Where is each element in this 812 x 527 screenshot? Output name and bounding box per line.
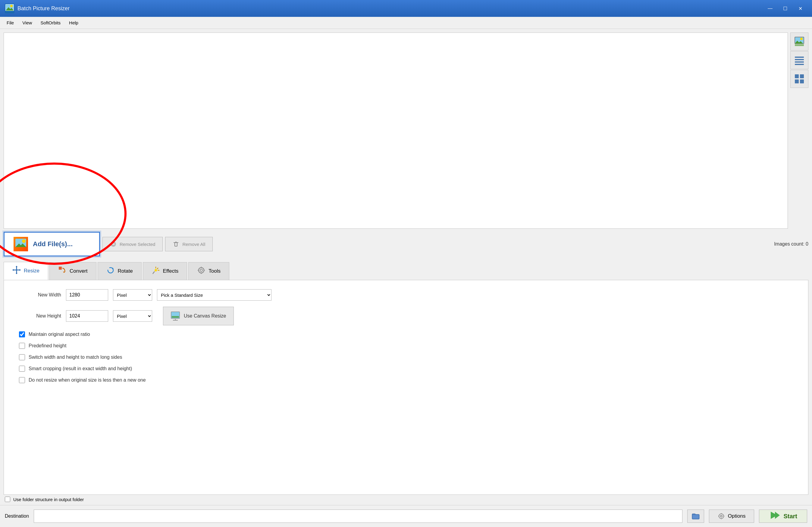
- svg-rect-13: [795, 74, 799, 78]
- start-label: Start: [783, 513, 797, 520]
- tab-effects[interactable]: Effects: [143, 262, 187, 280]
- svg-point-40: [199, 268, 204, 273]
- main-container: Add File(s)... Remove Selected Remove Al…: [0, 29, 812, 527]
- svg-point-41: [200, 269, 202, 271]
- predefined-height-label[interactable]: Predefined height: [29, 343, 66, 348]
- width-unit-select[interactable]: Pixel Percent Inch Cm: [113, 289, 152, 301]
- svg-rect-10: [795, 59, 804, 60]
- destination-input[interactable]: [34, 510, 682, 523]
- folder-structure-row: Use folder structure in output folder: [0, 495, 812, 505]
- maintain-aspect-label[interactable]: Maintain original aspect ratio: [29, 332, 90, 337]
- svg-point-4: [10, 5, 13, 7]
- predefined-height-checkbox[interactable]: [19, 343, 25, 349]
- smart-cropping-checkbox[interactable]: [19, 366, 25, 372]
- height-row: New Height Pixel Percent Inch Cm Use Can…: [13, 307, 799, 325]
- convert-tab-icon: [58, 266, 67, 276]
- do-not-resize-checkbox[interactable]: [19, 377, 25, 383]
- do-not-resize-row: Do not resize when original size is less…: [13, 377, 799, 383]
- svg-rect-8: [795, 44, 804, 46]
- switch-width-height-label[interactable]: Switch width and height to match long si…: [29, 355, 122, 360]
- menu-softorbits[interactable]: SoftOrbits: [36, 18, 65, 27]
- height-input[interactable]: [66, 310, 108, 322]
- tab-convert-label: Convert: [70, 268, 88, 274]
- image-area-wrapper: [0, 29, 812, 229]
- tab-resize[interactable]: Resize: [4, 262, 48, 280]
- svg-rect-14: [800, 74, 804, 78]
- svg-marker-31: [16, 273, 17, 274]
- title-bar-controls: — ☐ ✕: [763, 3, 807, 14]
- folder-structure-label[interactable]: Use folder structure in output folder: [13, 497, 84, 502]
- options-label: Options: [728, 513, 746, 519]
- bottom-bar: Destination Options: [0, 505, 812, 527]
- effects-tab-icon: [151, 266, 160, 276]
- svg-rect-47: [172, 316, 179, 318]
- start-icon: [769, 510, 780, 523]
- svg-point-39: [155, 269, 157, 271]
- settings-panel: New Width Pixel Percent Inch Cm Pick a S…: [4, 280, 808, 495]
- remove-all-label: Remove All: [182, 242, 205, 247]
- app-title: Batch Picture Resizer: [17, 5, 70, 12]
- svg-rect-21: [15, 248, 26, 250]
- svg-marker-30: [16, 266, 17, 267]
- smart-cropping-label[interactable]: Smart cropping (result in exact width an…: [29, 366, 132, 372]
- svg-point-51: [719, 514, 724, 518]
- height-label: New Height: [13, 313, 61, 319]
- height-unit-select[interactable]: Pixel Percent Inch Cm: [113, 310, 152, 322]
- images-count: Images count: 0: [774, 241, 808, 247]
- maintain-aspect-checkbox[interactable]: [19, 331, 25, 337]
- menu-bar: File View SoftOrbits Help: [0, 17, 812, 29]
- grid-view-button[interactable]: [790, 70, 808, 88]
- sidebar-icons: [790, 32, 808, 229]
- title-bar: Batch Picture Resizer — ☐ ✕: [0, 0, 812, 17]
- image-view-button[interactable]: [790, 32, 808, 50]
- svg-point-20: [22, 239, 26, 243]
- start-button[interactable]: Start: [759, 510, 807, 523]
- list-view-button[interactable]: [790, 51, 808, 69]
- maximize-button[interactable]: ☐: [778, 3, 792, 14]
- tab-resize-label: Resize: [24, 268, 40, 274]
- destination-folder-button[interactable]: [687, 510, 704, 523]
- predefined-height-row: Predefined height: [13, 343, 799, 349]
- remove-selected-label: Remove Selected: [120, 242, 155, 247]
- minimize-button[interactable]: —: [763, 3, 777, 14]
- folder-structure-checkbox[interactable]: [5, 497, 10, 502]
- menu-file[interactable]: File: [2, 18, 18, 27]
- add-files-label: Add File(s)...: [33, 240, 73, 248]
- standard-size-select[interactable]: Pick a Standard Size 640x480 800x600 102…: [157, 289, 272, 301]
- resize-tab-icon: [12, 266, 21, 276]
- tab-rotate[interactable]: Rotate: [98, 262, 142, 280]
- menu-view[interactable]: View: [18, 18, 36, 27]
- tab-rotate-label: Rotate: [118, 268, 133, 274]
- switch-width-height-row: Switch width and height to match long si…: [13, 354, 799, 360]
- width-input[interactable]: [66, 289, 108, 301]
- svg-rect-12: [795, 64, 804, 65]
- do-not-resize-label[interactable]: Do not resize when original size is less…: [29, 377, 146, 383]
- toolbar-row: Add File(s)... Remove Selected Remove Al…: [0, 229, 812, 259]
- rotate-tab-icon: [106, 266, 115, 276]
- add-files-icon: [14, 237, 28, 251]
- add-files-button[interactable]: Add File(s)...: [4, 232, 100, 256]
- app-icon: [5, 4, 14, 13]
- svg-point-52: [721, 515, 722, 517]
- switch-width-height-checkbox[interactable]: [19, 354, 25, 360]
- destination-label: Destination: [5, 513, 29, 519]
- menu-help[interactable]: Help: [65, 18, 83, 27]
- canvas-resize-button[interactable]: Use Canvas Resize: [163, 307, 234, 325]
- remove-all-button[interactable]: Remove All: [165, 237, 213, 251]
- close-button[interactable]: ✕: [793, 3, 807, 14]
- tab-effects-label: Effects: [163, 268, 179, 274]
- title-bar-left: Batch Picture Resizer: [5, 4, 70, 13]
- svg-rect-15: [795, 79, 799, 84]
- options-button[interactable]: Options: [709, 510, 754, 523]
- svg-marker-29: [12, 269, 14, 271]
- remove-selected-button[interactable]: Remove Selected: [102, 237, 163, 251]
- tab-tools[interactable]: Tools: [188, 262, 229, 280]
- svg-rect-11: [795, 61, 804, 63]
- tools-tab-icon: [197, 266, 205, 276]
- svg-rect-9: [795, 57, 804, 58]
- tab-convert[interactable]: Convert: [49, 262, 97, 280]
- svg-marker-28: [19, 269, 21, 271]
- svg-line-37: [157, 268, 158, 269]
- svg-point-7: [800, 37, 803, 40]
- svg-marker-58: [775, 512, 780, 519]
